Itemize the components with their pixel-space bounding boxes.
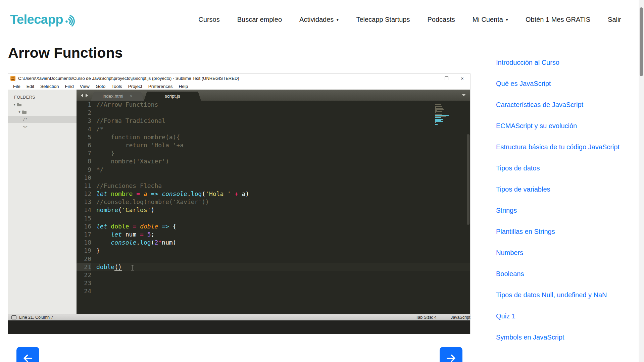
folders-label: FOLDERS: [8, 94, 77, 101]
code-text: //Arrow Functions: [96, 101, 158, 108]
status-panel-icon: [11, 315, 16, 319]
course-link-caracteristicas-de-javascript[interactable]: Características de JavaScript: [496, 98, 629, 111]
code-line-1: 1//Arrow Functions: [77, 101, 470, 109]
line-number: 6: [77, 141, 91, 149]
line-number: 1: [77, 101, 91, 109]
tab-index-html: index.html×: [91, 92, 144, 101]
code-text: }: [96, 150, 114, 157]
course-link-symbols-en-javascript[interactable]: Symbols en JavaScript: [496, 331, 629, 344]
nav-link-actividades[interactable]: Actividades▾: [299, 16, 339, 23]
course-link-tipos-de-datos-null-undefined-y-nan[interactable]: Tipos de datos Null, undefined y NaN: [496, 289, 629, 301]
editor-column: index.html×script.js 1//Arrow Functions2…: [77, 90, 470, 314]
lesson-video-sublime-editor[interactable]: C:\Users\Xavier\Documents\Curso de JavaS…: [8, 74, 470, 334]
code-line-9: 9*/: [77, 166, 470, 174]
menu-item-view: View: [77, 84, 93, 89]
editor-menu-bar: FileEditSelectionFindViewGotoToolsProjec…: [8, 83, 470, 90]
course-link-tipos-de-variables[interactable]: Tipos de variables: [496, 183, 629, 196]
line-number: 7: [77, 149, 91, 157]
course-link-plantillas-en-strings[interactable]: Plantillas en Strings: [496, 225, 629, 238]
file-type-icon: <>: [22, 123, 28, 131]
editor-body: FOLDERS ▾▾/*<> index.html×script.js 1//A…: [8, 90, 470, 314]
code-text: nombre('Carlos'): [96, 206, 154, 213]
window-title-bar: C:\Users\Xavier\Documents\Curso de JavaS…: [8, 74, 470, 83]
line-number: 12: [77, 190, 91, 198]
code-text: }: [96, 247, 100, 254]
code-line-5: 5 function nombre(a){: [77, 133, 470, 141]
code-text: //Funciones Flecha: [96, 182, 162, 189]
course-link-booleans[interactable]: Booleans: [496, 267, 629, 280]
tab-overflow-dropdown-icon: [462, 94, 466, 96]
menu-item-goto: Goto: [93, 84, 108, 89]
close-icon: ×: [454, 74, 470, 83]
code-line-17: 17 let num = 5;: [77, 230, 470, 239]
editor-scrollbar-thumb: [467, 134, 469, 225]
line-number: 3: [77, 117, 91, 125]
tab-size-status: Tab Size: 4: [416, 315, 437, 320]
page-scrollbar-thumb[interactable]: [640, 7, 643, 76]
nav-link-mi-cuenta[interactable]: Mi Cuenta▾: [473, 16, 508, 23]
chevron-down-icon: ▾: [336, 17, 339, 22]
tree-item-proyecto: ▾: [8, 101, 77, 108]
logo-text: Telecapp: [10, 12, 63, 27]
line-number: 20: [77, 255, 91, 263]
line-number: 18: [77, 239, 91, 247]
line-number: 15: [77, 214, 91, 222]
tree-expand-icon: ▾: [17, 108, 22, 116]
telecapp-logo[interactable]: Telecapp: [10, 11, 78, 28]
code-text: let num = 5;: [96, 231, 154, 238]
line-number: 13: [77, 198, 91, 206]
folder-icon: [22, 110, 27, 114]
code-text: /*: [96, 125, 104, 133]
next-lesson-button[interactable]: [440, 347, 462, 362]
code-area: 1//Arrow Functions23//Forma Tradicional4…: [77, 101, 470, 308]
code-line-18: 18 console.log(2*num): [77, 239, 470, 247]
prev-lesson-button[interactable]: [16, 347, 39, 362]
course-link-estructura-basica-de-tu-codigo-javascript[interactable]: Estructura básica de tu código JavaScrip…: [496, 141, 629, 153]
course-link-ecmascript-y-su-evolucion[interactable]: ECMAScript y su evolución: [496, 119, 629, 132]
course-link-introduccion-al-curso[interactable]: Introducción al Curso: [496, 56, 629, 69]
code-text: function nombre(a){: [96, 134, 180, 141]
course-link-tipos-de-datos[interactable]: Tipos de datos: [496, 162, 629, 174]
code-line-11: 11//Funciones Flecha: [77, 182, 470, 190]
course-link-quiz-1[interactable]: Quiz 1: [496, 310, 629, 322]
tab-label: index.html: [103, 94, 123, 99]
line-number: 5: [77, 133, 91, 141]
code-line-4: 4/*: [77, 125, 470, 133]
nav-link-salir[interactable]: Salir: [608, 16, 621, 23]
line-number: 9: [77, 166, 91, 174]
menu-item-project: Project: [125, 84, 145, 89]
tree-item-script-js: /*: [8, 116, 77, 123]
editor-tab-bar: index.html×script.js: [77, 90, 470, 101]
course-link-strings[interactable]: Strings: [496, 204, 629, 217]
nav-link-buscar-empleo[interactable]: Buscar empleo: [237, 16, 282, 23]
editor-status-bar: Line 21, Column 7 Tab Size: 4 JavaScript: [8, 314, 470, 320]
sound-wave-icon: [63, 12, 79, 29]
nav-link-cursos[interactable]: Cursos: [198, 16, 219, 23]
nav-link-telecapp-startups[interactable]: Telecapp Startups: [356, 16, 410, 23]
code-line-8: 8 nombre('Xavier'): [77, 157, 470, 165]
arrow-left-icon: [22, 353, 34, 362]
code-text: //console.log(nombre('Xavier')): [96, 198, 209, 205]
code-text: let nombre = a => console.log('Hola ' + …: [96, 190, 249, 197]
course-link-numbers[interactable]: Numbers: [496, 246, 629, 259]
folders-tree: ▾▾/*<>: [8, 101, 77, 131]
minimap: [435, 104, 449, 128]
page-scrollbar-track: [639, 0, 644, 362]
tab-script-js: script.js: [144, 92, 201, 101]
course-link-que-es-javascript[interactable]: Qué es JavaScript: [496, 77, 629, 90]
nav-link-obten-1-mes-gratis[interactable]: Obtén 1 Mes GRATIS: [526, 16, 590, 23]
text-cursor-ibeam-icon: [131, 265, 134, 270]
line-number: 4: [77, 125, 91, 133]
course-outline-sidebar: Introducción al CursoQué es JavaScriptCa…: [479, 39, 639, 362]
top-navbar: Telecapp CursosBuscar empleoActividades▾…: [0, 0, 639, 39]
cursor-position-status: Line 21, Column 7: [19, 315, 53, 320]
line-number: 19: [77, 247, 91, 255]
code-text: let doble = doble => {: [96, 223, 176, 230]
code-line-12: 12let nombre = a => console.log('Hola ' …: [77, 190, 470, 198]
nav-link-podcasts[interactable]: Podcasts: [428, 16, 455, 23]
menu-item-edit: Edit: [23, 84, 37, 89]
window-controls: – ×: [423, 74, 470, 83]
tab-label: script.js: [165, 94, 180, 99]
navbar-links: CursosBuscar empleoActividades▾Telecapp …: [198, 16, 621, 23]
line-number: 8: [77, 157, 91, 165]
